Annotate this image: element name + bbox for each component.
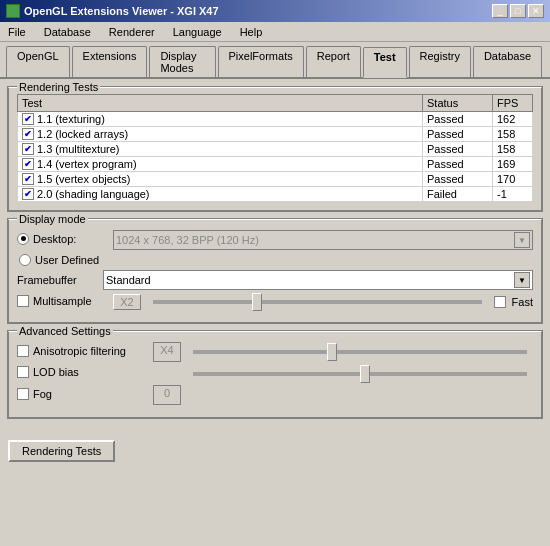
title-buttons: _ □ ✕ — [492, 4, 544, 18]
user-defined-radio[interactable] — [19, 254, 31, 266]
table-row[interactable]: ✔1.5 (vertex objects) Passed 170 — [18, 172, 533, 187]
multisample-slider-track[interactable] — [153, 300, 482, 304]
col-fps: FPS — [493, 95, 533, 112]
checkbox-5[interactable]: ✔ — [22, 173, 34, 185]
display-mode-label: Display mode — [17, 213, 88, 225]
fps-cell: 158 — [493, 127, 533, 142]
tab-display-modes[interactable]: Display Modes — [149, 46, 215, 77]
table-row[interactable]: ✔2.0 (shading language) Failed -1 — [18, 187, 533, 202]
menu-renderer[interactable]: Renderer — [105, 25, 159, 39]
fog-checkbox[interactable] — [17, 388, 29, 400]
desktop-label: Desktop: — [33, 233, 76, 245]
menu-language[interactable]: Language — [169, 25, 226, 39]
fps-cell: 162 — [493, 112, 533, 127]
checkbox-6[interactable]: ✔ — [22, 188, 34, 200]
lod-bias-label: LOD bias — [33, 366, 79, 378]
framebuffer-dropdown[interactable]: Standard ▼ — [103, 270, 533, 290]
framebuffer-label: Framebuffer — [17, 274, 97, 286]
lod-bias-checkbox[interactable] — [17, 366, 29, 378]
menu-database[interactable]: Database — [40, 25, 95, 39]
tab-extensions[interactable]: Extensions — [72, 46, 148, 77]
resolution-value: 1024 x 768, 32 BPP (120 Hz) — [116, 234, 259, 246]
resolution-dropdown-arrow[interactable]: ▼ — [514, 232, 530, 248]
table-row[interactable]: ✔1.1 (texturing) Passed 162 — [18, 112, 533, 127]
menubar: File Database Renderer Language Help — [0, 22, 550, 42]
tab-pixelformats[interactable]: PixelFormats — [218, 46, 304, 77]
fps-cell: -1 — [493, 187, 533, 202]
user-defined-label: User Defined — [35, 254, 99, 266]
tabs: OpenGL Extensions Display Modes PixelFor… — [0, 42, 550, 79]
framebuffer-dropdown-arrow[interactable]: ▼ — [514, 272, 530, 288]
main-content: Rendering Tests Test Status FPS ✔1.1 (te… — [0, 79, 550, 434]
status-cell: Passed — [423, 112, 493, 127]
fog-value: 0 — [153, 385, 181, 405]
lod-bias-row: LOD bias — [17, 366, 533, 381]
framebuffer-row: Framebuffer Standard ▼ — [17, 270, 533, 290]
menu-help[interactable]: Help — [236, 25, 267, 39]
table-row[interactable]: ✔1.4 (vertex program) Passed 169 — [18, 157, 533, 172]
anisotropic-label: Anisotropic filtering — [33, 345, 126, 357]
checkbox-4[interactable]: ✔ — [22, 158, 34, 170]
table-row[interactable]: ✔1.2 (locked arrays) Passed 158 — [18, 127, 533, 142]
multisample-label: Multisample — [33, 295, 92, 307]
col-test: Test — [18, 95, 423, 112]
fog-row: Fog 0 — [17, 385, 533, 405]
tab-test[interactable]: Test — [363, 47, 407, 78]
app-icon — [6, 4, 20, 18]
anisotropic-row: Anisotropic filtering X4 — [17, 342, 533, 362]
resolution-dropdown[interactable]: 1024 x 768, 32 BPP (120 Hz) ▼ — [113, 230, 533, 250]
user-defined-radio-row: User Defined — [19, 254, 533, 266]
desktop-radio-row: Desktop: 1024 x 768, 32 BPP (120 Hz) ▼ — [17, 230, 533, 250]
fog-label: Fog — [33, 388, 52, 400]
checkbox-1[interactable]: ✔ — [22, 113, 34, 125]
status-cell: Passed — [423, 142, 493, 157]
x2-button[interactable]: X2 — [113, 294, 141, 310]
anisotropic-slider-thumb[interactable] — [327, 343, 337, 361]
table-row[interactable]: ✔1.3 (multitexture) Passed 158 — [18, 142, 533, 157]
title-bar: OpenGL Extensions Viewer - XGI X47 _ □ ✕ — [0, 0, 550, 22]
fps-cell: 170 — [493, 172, 533, 187]
status-cell: Failed — [423, 187, 493, 202]
rendering-tests-label: Rendering Tests — [17, 81, 100, 93]
lod-slider-thumb[interactable] — [360, 365, 370, 383]
bottom-bar: Rendering Tests — [0, 434, 550, 468]
rendering-tests-button[interactable]: Rendering Tests — [8, 440, 115, 462]
close-button[interactable]: ✕ — [528, 4, 544, 18]
col-status: Status — [423, 95, 493, 112]
menu-file[interactable]: File — [4, 25, 30, 39]
status-cell: Passed — [423, 157, 493, 172]
checkbox-2[interactable]: ✔ — [22, 128, 34, 140]
tab-opengl[interactable]: OpenGL — [6, 46, 70, 77]
anisotropic-checkbox[interactable] — [17, 345, 29, 357]
tab-registry[interactable]: Registry — [409, 46, 471, 77]
fast-checkbox[interactable] — [494, 296, 506, 308]
anisotropic-value: X4 — [153, 342, 181, 362]
display-mode-group: Display mode Desktop: 1024 x 768, 32 BPP… — [8, 219, 542, 323]
anisotropic-slider-track[interactable] — [193, 350, 527, 354]
multisample-row: Multisample X2 Fast — [17, 294, 533, 310]
fast-label: Fast — [512, 296, 533, 308]
multisample-slider-thumb[interactable] — [252, 293, 262, 311]
multisample-checkbox[interactable] — [17, 295, 29, 307]
rendering-tests-group: Rendering Tests Test Status FPS ✔1.1 (te… — [8, 87, 542, 211]
advanced-settings-group: Advanced Settings Anisotropic filtering … — [8, 331, 542, 418]
tab-database[interactable]: Database — [473, 46, 542, 77]
desktop-radio[interactable] — [17, 233, 29, 245]
framebuffer-value: Standard — [106, 274, 151, 286]
fps-cell: 169 — [493, 157, 533, 172]
tab-report[interactable]: Report — [306, 46, 361, 77]
status-cell: Passed — [423, 172, 493, 187]
rendering-tests-table: Test Status FPS ✔1.1 (texturing) Passed … — [17, 94, 533, 202]
lod-slider-track[interactable] — [193, 372, 527, 376]
checkbox-3[interactable]: ✔ — [22, 143, 34, 155]
fps-cell: 158 — [493, 142, 533, 157]
window-title: OpenGL Extensions Viewer - XGI X47 — [24, 5, 219, 17]
maximize-button[interactable]: □ — [510, 4, 526, 18]
minimize-button[interactable]: _ — [492, 4, 508, 18]
advanced-settings-label: Advanced Settings — [17, 325, 113, 337]
status-cell: Passed — [423, 127, 493, 142]
